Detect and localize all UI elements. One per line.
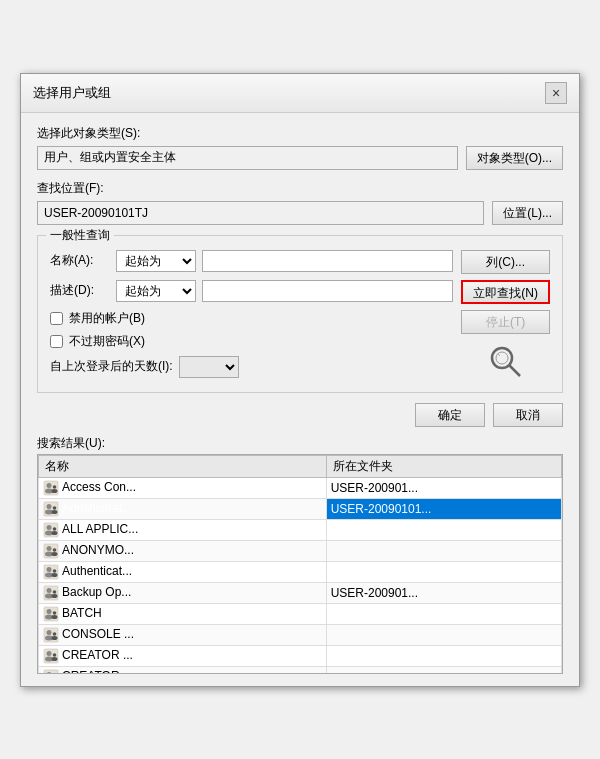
table-row[interactable]: ALL APPLIC... (39, 519, 562, 540)
results-label: 搜索结果(U): (37, 435, 563, 452)
row-name: CONSOLE ... (62, 627, 134, 641)
table-row[interactable]: CREATOR ... (39, 645, 562, 666)
svg-point-13 (52, 510, 58, 514)
object-type-row: 选择此对象类型(S): 对象类型(O)... (37, 125, 563, 170)
search-now-button[interactable]: 立即查找(N) (461, 280, 550, 304)
right-buttons: 列(C)... 立即查找(N) 停止(T) (453, 250, 550, 384)
row-name: ALL APPLIC... (62, 522, 138, 536)
row-name: Access Con... (62, 480, 136, 494)
object-type-label: 选择此对象类型(S): (37, 125, 563, 142)
svg-point-48 (52, 657, 58, 661)
desc-label: 描述(D): (50, 282, 110, 299)
svg-point-28 (52, 573, 58, 577)
svg-point-23 (52, 552, 58, 556)
desc-row: 描述(D): 起始为 (50, 280, 453, 302)
table-row[interactable]: CREATOR ... (39, 666, 562, 674)
row-name: Authenticat... (62, 564, 132, 578)
table-row[interactable]: ANONYMO... (39, 540, 562, 561)
svg-point-15 (47, 525, 52, 530)
svg-point-47 (53, 653, 57, 657)
close-button[interactable]: × (545, 82, 567, 104)
table-row[interactable]: BATCH (39, 603, 562, 624)
svg-point-7 (53, 485, 57, 489)
svg-point-37 (53, 611, 57, 615)
table-row[interactable]: Authenticat... (39, 561, 562, 582)
disabled-account-label: 禁用的帐户(B) (69, 310, 145, 327)
search-icon-area (461, 340, 550, 384)
search-magnify-icon (488, 344, 524, 380)
days-select[interactable] (179, 356, 239, 378)
table-row[interactable]: Administrat...USER-20090101... (39, 498, 562, 519)
desc-input[interactable] (202, 280, 453, 302)
row-icon (43, 480, 59, 496)
no-expire-password-checkbox[interactable] (50, 335, 63, 348)
location-input[interactable] (37, 201, 484, 225)
object-type-button[interactable]: 对象类型(O)... (466, 146, 563, 170)
svg-point-33 (52, 594, 58, 598)
location-label: 查找位置(F): (37, 180, 563, 197)
svg-point-18 (52, 531, 58, 535)
col-folder: 所在文件夹 (326, 455, 561, 477)
row-name: CREATOR ... (62, 648, 133, 662)
general-query-groupbox: 一般性查询 名称(A): 起始为 描述 (37, 235, 563, 393)
checkbox1-row: 禁用的帐户(B) (50, 310, 453, 327)
name-select[interactable]: 起始为 (116, 250, 196, 272)
stop-button[interactable]: 停止(T) (461, 310, 550, 334)
ok-button[interactable]: 确定 (415, 403, 485, 427)
dialog-title: 选择用户或组 (33, 84, 111, 102)
location-button[interactable]: 位置(L)... (492, 201, 563, 225)
group-title: 一般性查询 (46, 227, 114, 244)
row-name: Backup Op... (62, 585, 131, 599)
row-name: Administrat... (62, 501, 132, 515)
table-header-row: 名称 所在文件夹 (39, 455, 562, 477)
svg-point-22 (53, 548, 57, 552)
svg-point-35 (47, 609, 52, 614)
cancel-button[interactable]: 取消 (493, 403, 563, 427)
svg-point-27 (53, 569, 57, 573)
svg-point-8 (52, 489, 58, 493)
column-button[interactable]: 列(C)... (461, 250, 550, 274)
days-row: 自上次登录后的天数(I): (50, 356, 453, 378)
disabled-account-checkbox[interactable] (50, 312, 63, 325)
row-icon (43, 522, 59, 538)
table-row[interactable]: Access Con...USER-200901... (39, 477, 562, 498)
group-content: 名称(A): 起始为 描述(D): 起始为 (50, 250, 550, 384)
days-label: 自上次登录后的天数(I): (50, 358, 173, 375)
svg-line-3 (498, 354, 500, 356)
svg-point-40 (47, 630, 52, 635)
results-area[interactable]: 名称 所在文件夹 Access Con...USER-200901...Admi… (37, 454, 563, 674)
table-row[interactable]: CONSOLE ... (39, 624, 562, 645)
svg-point-5 (47, 483, 52, 488)
row-name: BATCH (62, 606, 102, 620)
name-input[interactable] (202, 250, 453, 272)
svg-point-25 (47, 567, 52, 572)
location-row: 查找位置(F): 位置(L)... (37, 180, 563, 225)
desc-select[interactable]: 起始为 (116, 280, 196, 302)
svg-point-17 (53, 527, 57, 531)
name-row: 名称(A): 起始为 (50, 250, 453, 272)
row-icon (43, 648, 59, 664)
name-label: 名称(A): (50, 252, 110, 269)
object-type-inline: 对象类型(O)... (37, 146, 563, 170)
main-area: 名称(A): 起始为 描述(D): 起始为 (50, 250, 550, 384)
svg-point-43 (52, 636, 58, 640)
title-bar: 选择用户或组 × (21, 74, 579, 113)
row-icon (43, 564, 59, 580)
svg-point-30 (47, 588, 52, 593)
location-inline: 位置(L)... (37, 201, 563, 225)
no-expire-password-label: 不过期密码(X) (69, 333, 145, 350)
left-area: 名称(A): 起始为 描述(D): 起始为 (50, 250, 453, 384)
ok-cancel-row: 确定 取消 (37, 403, 563, 427)
svg-point-20 (47, 546, 52, 551)
row-icon (43, 627, 59, 643)
svg-point-45 (47, 651, 52, 656)
svg-point-42 (53, 632, 57, 636)
svg-point-10 (47, 504, 52, 509)
dialog-body: 选择此对象类型(S): 对象类型(O)... 查找位置(F): 位置(L)...… (21, 113, 579, 686)
table-row[interactable]: Backup Op...USER-200901... (39, 582, 562, 603)
row-icon (43, 585, 59, 601)
svg-point-32 (53, 590, 57, 594)
object-type-input[interactable] (37, 146, 458, 170)
dialog: 选择用户或组 × 选择此对象类型(S): 对象类型(O)... 查找位置(F):… (20, 73, 580, 687)
row-name: CREATOR ... (62, 669, 133, 674)
